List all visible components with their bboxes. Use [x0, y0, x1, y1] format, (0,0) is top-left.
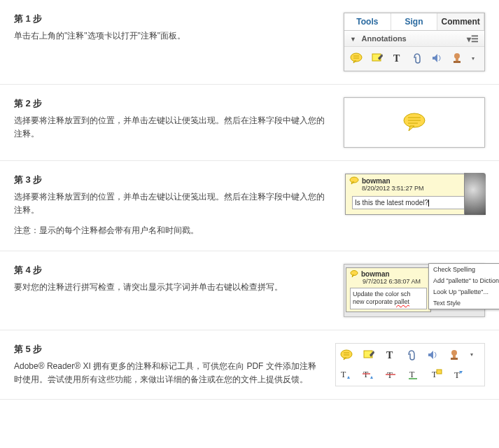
- tab-comment[interactable]: Comment: [437, 13, 484, 30]
- add-note-to-text-icon[interactable]: T: [430, 369, 442, 380]
- audio-icon[interactable]: [431, 52, 444, 64]
- step-5: 第 5 步 Adobe® Reader® XI 拥有更多的注释和标记工具，可供您…: [0, 330, 499, 400]
- step-title: 第 5 步: [14, 343, 321, 356]
- step-3: 第 3 步 选择要将注释放置到的位置，并单击左键以让便笺出现。然后在注释字段中键…: [0, 161, 499, 251]
- menu-text-style[interactable]: Text Style: [429, 298, 499, 309]
- misspelled-word: pallet: [395, 298, 410, 305]
- dropdown-icon[interactable]: ▾: [472, 55, 475, 62]
- svg-text:T: T: [363, 370, 369, 379]
- step-illustration: [344, 97, 485, 148]
- stamp-icon[interactable]: [449, 349, 462, 360]
- step-text: 第 3 步 选择要将注释放置到的位置，并单击左键以让便笺出现。然后在注释字段中键…: [14, 174, 345, 238]
- svg-rect-6: [456, 58, 458, 61]
- stamp-icon[interactable]: [452, 52, 465, 64]
- background-photo-fragment: [464, 173, 486, 215]
- svg-point-0: [351, 53, 362, 62]
- comment-panel: Tools Sign Comment ▼ Annotations ▾☰ T ▾: [344, 13, 485, 71]
- step-title: 第 4 步: [14, 264, 330, 276]
- step-1: 第 1 步 单击右上角的"注释"选项卡以打开"注释"面板。 Tools Sign…: [0, 0, 499, 85]
- sticky-note-icon: [402, 112, 426, 133]
- collapse-arrow-icon: ▼: [350, 36, 356, 43]
- sticky-note-icon: [350, 270, 358, 277]
- sticky-note-icon[interactable]: [340, 349, 353, 360]
- note-text-input[interactable]: Is this the latest model?: [352, 196, 478, 209]
- note-timestamp: 9/7/2012 6:38:07 AM: [350, 278, 427, 285]
- svg-rect-7: [454, 61, 461, 63]
- svg-text:T: T: [409, 370, 415, 379]
- step-description: Adobe® Reader® XI 拥有更多的注释和标记工具，可供您在向 PDF…: [14, 360, 321, 386]
- spellcheck-panel: bowman 9/7/2012 6:38:07 AM Update the co…: [344, 264, 485, 317]
- svg-point-19: [451, 350, 457, 356]
- step-text: 第 5 步 Adobe® Reader® XI 拥有更多的注释和标记工具，可供您…: [14, 343, 335, 386]
- note-text-input[interactable]: Update the color sch new corporate palle…: [350, 288, 427, 309]
- text-cursor: [428, 200, 429, 206]
- section-label: Annotations: [362, 34, 407, 43]
- sticky-note-preview: [344, 97, 485, 148]
- options-icon[interactable]: ▾☰: [467, 34, 479, 44]
- menu-look-up[interactable]: Look Up "pallette"...: [429, 286, 499, 298]
- menu-add-dictionary[interactable]: Add "pallette" to Dictionary: [429, 275, 499, 286]
- svg-text:T: T: [341, 370, 346, 379]
- attach-icon[interactable]: [406, 349, 417, 360]
- dropdown-icon[interactable]: ▾: [470, 351, 473, 358]
- insert-text-icon[interactable]: T: [340, 369, 353, 380]
- step-text: 第 1 步 单击右上角的"注释"选项卡以打开"注释"面板。: [14, 13, 344, 43]
- note-username: bowman: [361, 270, 390, 278]
- step-illustration: T ▾ T T T T T T: [335, 343, 485, 386]
- step-description: 选择要将注释放置到的位置，并单击左键以让便笺出现。然后在注释字段中键入您的注释。: [14, 114, 330, 141]
- step-text: 第 2 步 选择要将注释放置到的位置，并单击左键以让便笺出现。然后在注释字段中键…: [14, 97, 344, 141]
- annotations-section-header[interactable]: ▼ Annotations ▾☰: [344, 31, 484, 47]
- note-popup: bowman 9/7/2012 6:38:07 AM Update the co…: [346, 267, 431, 312]
- annotation-popup: bowman 8/20/2012 3:51:27 PM Is this the …: [345, 174, 485, 215]
- tab-tools[interactable]: Tools: [344, 13, 391, 30]
- strikethrough-icon[interactable]: T: [385, 369, 398, 380]
- svg-point-14: [341, 350, 352, 358]
- underline-icon[interactable]: T: [407, 369, 420, 380]
- tools-palette: T ▾ T T T T T T: [335, 343, 485, 386]
- step-title: 第 2 步: [14, 97, 330, 110]
- svg-text:T: T: [386, 350, 393, 360]
- svg-rect-20: [453, 355, 456, 358]
- sticky-note-icon[interactable]: [350, 52, 363, 64]
- text-correction-icon[interactable]: T: [452, 369, 465, 380]
- audio-icon[interactable]: [427, 349, 440, 360]
- step-illustration: Tools Sign Comment ▼ Annotations ▾☰ T ▾: [344, 13, 485, 71]
- step-note: 注意：显示的每个注释都会带有用户名和时间戳。: [14, 224, 331, 237]
- svg-rect-21: [451, 358, 458, 360]
- svg-point-5: [454, 53, 460, 59]
- step-description: 选择要将注释放置到的位置，并单击左键以让便笺出现。然后在注释字段中键入您的注释。: [14, 190, 331, 217]
- note-timestamp: 8/20/2012 3:51:27 PM: [349, 185, 481, 192]
- step-illustration: bowman 9/7/2012 6:38:07 AM Update the co…: [344, 264, 485, 317]
- sticky-note-icon: [349, 176, 359, 185]
- highlight-icon[interactable]: [363, 349, 375, 360]
- annotation-tools-row: T ▾: [344, 47, 484, 71]
- step-text: 第 4 步 要对您的注释进行拼写检查，请突出显示其字词并单击右键以检查拼写。: [14, 264, 344, 294]
- svg-text:T: T: [454, 370, 460, 380]
- panel-tabs: Tools Sign Comment: [344, 13, 484, 31]
- step-title: 第 3 步: [14, 174, 331, 186]
- context-menu: Check Spelling Add "pallette" to Diction…: [428, 263, 499, 309]
- tab-sign[interactable]: Sign: [391, 13, 438, 30]
- step-4: 第 4 步 要对您的注释进行拼写检查，请突出显示其字词并单击右键以检查拼写。 b…: [0, 251, 499, 330]
- step-title: 第 1 步: [14, 13, 330, 25]
- step-description: 要对您的注释进行拼写检查，请突出显示其字词并单击右键以检查拼写。: [14, 281, 330, 294]
- highlight-icon[interactable]: [371, 52, 384, 64]
- svg-point-13: [351, 271, 358, 276]
- replace-text-icon[interactable]: T: [363, 369, 375, 380]
- menu-check-spelling[interactable]: Check Spelling: [429, 264, 499, 275]
- text-icon[interactable]: T: [392, 52, 403, 64]
- svg-rect-30: [437, 370, 442, 374]
- text-icon[interactable]: T: [385, 349, 396, 360]
- note-username: bowman: [362, 177, 391, 185]
- svg-text:T: T: [393, 53, 400, 64]
- attach-icon[interactable]: [412, 52, 423, 64]
- step-illustration: bowman 8/20/2012 3:51:27 PM Is this the …: [345, 174, 485, 215]
- step-2: 第 2 步 选择要将注释放置到的位置，并单击左键以让便笺出现。然后在注释字段中键…: [0, 85, 499, 161]
- step-description: 单击右上角的"注释"选项卡以打开"注释"面板。: [14, 29, 330, 43]
